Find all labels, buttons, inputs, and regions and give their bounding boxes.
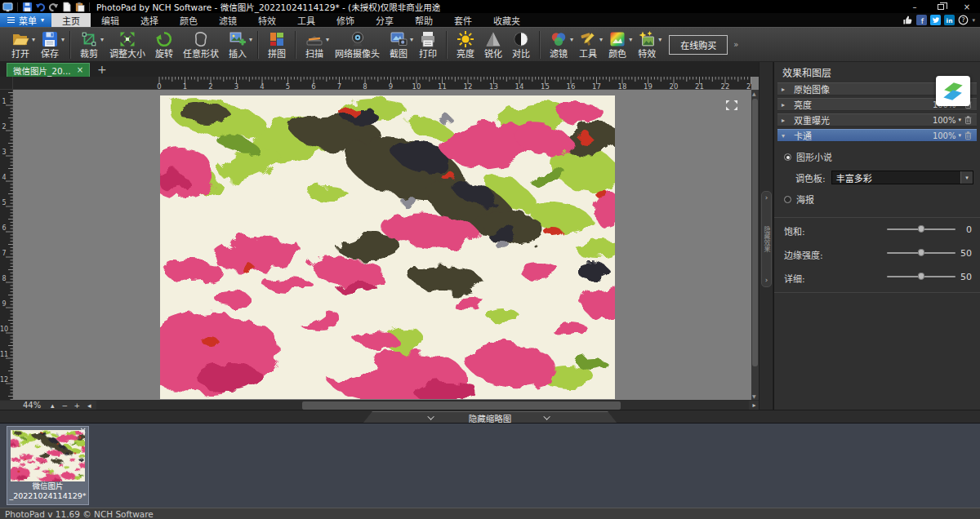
slider-track[interactable] — [887, 252, 956, 254]
trash-icon[interactable] — [964, 115, 973, 125]
menu-tab-6[interactable]: 工具 — [287, 13, 326, 27]
filter-button[interactable]: 滤镜 — [545, 29, 572, 60]
freeform-button[interactable]: 任意形状 — [178, 29, 224, 60]
close-button[interactable]: × — [954, 0, 980, 13]
menu-tab-10[interactable]: 套件 — [443, 13, 483, 27]
chevron-down-icon[interactable]: ▾ — [249, 36, 252, 43]
brightness-button[interactable]: 亮度 — [452, 29, 479, 60]
layer-opacity-value[interactable]: 100% — [933, 131, 956, 140]
crop-button[interactable]: 裁剪 — [75, 29, 103, 60]
graphic-novel-option[interactable]: 图形小说 — [784, 150, 980, 163]
chevron-down-icon[interactable]: ▾ — [599, 36, 603, 43]
help-icon[interactable]: ? — [958, 15, 969, 25]
collage-button[interactable]: 拼图 — [263, 29, 291, 60]
radio-selected-icon[interactable] — [784, 153, 791, 161]
restore-button[interactable] — [928, 0, 954, 13]
layer-row-2[interactable]: ▸双重曝光100%▾ — [777, 113, 977, 126]
slider-thumb[interactable] — [918, 225, 924, 233]
buy-online-button[interactable]: 在线购买 — [669, 35, 728, 55]
expand-fullscreen-icon[interactable] — [725, 99, 738, 110]
undo-icon[interactable] — [35, 2, 46, 12]
sharpen-button[interactable]: 锐化 — [479, 29, 507, 60]
menu-tab-0[interactable]: 主页 — [51, 13, 91, 27]
tools-button[interactable]: 工具 — [574, 29, 602, 60]
chevron-expanded-icon[interactable]: ▾ — [782, 132, 788, 140]
chevron-down-icon[interactable]: ▾ — [570, 36, 573, 43]
paste-icon[interactable] — [74, 2, 85, 12]
chevron-collapsed-icon[interactable]: ▸ — [782, 101, 788, 109]
zoom-presets-button[interactable]: ▴ — [47, 401, 57, 410]
vertical-scroll-thumb[interactable] — [752, 99, 758, 366]
rotate-button[interactable]: 旋转 — [150, 29, 178, 60]
chevron-down-icon[interactable]: ▾ — [958, 132, 961, 139]
slider-thumb[interactable] — [918, 249, 924, 256]
linkedin-icon[interactable]: in — [944, 15, 955, 25]
palette-dropdown[interactable]: 丰富多彩 ▾ — [831, 171, 973, 184]
layer-row-3[interactable]: ▾卡通100%▾ — [777, 129, 977, 142]
chevron-down-icon[interactable]: ▾ — [410, 36, 413, 43]
radio-unselected-icon[interactable] — [784, 196, 791, 203]
effects-button[interactable]: 特效 — [633, 29, 661, 60]
horizontal-scrollbar[interactable] — [96, 401, 749, 410]
webcam-button[interactable]: 网络摄像头 — [330, 29, 385, 60]
canvas-viewport[interactable] — [13, 90, 751, 400]
poster-option[interactable]: 海报 — [784, 193, 980, 206]
zoom-in-button[interactable]: + — [72, 401, 82, 410]
tab-close-icon[interactable]: × — [77, 66, 83, 74]
slider-track[interactable] — [887, 276, 956, 277]
menu-tab-9[interactable]: 帮助 — [404, 13, 443, 27]
chevron-collapsed-icon[interactable]: ▸ — [782, 86, 788, 93]
menu-tab-5[interactable]: 特效 — [247, 13, 287, 27]
chevron-down-icon[interactable]: ▾ — [629, 36, 632, 43]
chevron-down-icon[interactable]: ▾ — [658, 36, 662, 43]
vertical-scrollbar[interactable]: ▲ ▼ — [751, 90, 759, 400]
chevron-down-icon[interactable]: ▾ — [326, 36, 329, 43]
slider-thumb[interactable] — [918, 273, 924, 280]
scroll-left-icon[interactable]: ◂ — [84, 401, 94, 410]
facebook-icon[interactable]: f — [916, 15, 927, 25]
thumbnail-close-icon[interactable]: × — [80, 426, 87, 436]
print-button[interactable]: 打印 — [414, 29, 442, 60]
scroll-up-icon[interactable]: ▲ — [752, 91, 756, 96]
menu-tab-7[interactable]: 修饰 — [326, 13, 365, 27]
menu-tab-3[interactable]: 颜色 — [169, 13, 208, 27]
menu-tab-4[interactable]: 滤镜 — [208, 13, 247, 27]
app-icon[interactable] — [2, 2, 13, 12]
zoom-level[interactable]: 44% — [23, 401, 41, 410]
chevron-down-icon[interactable]: ▾ — [972, 17, 975, 24]
resize-button[interactable]: 调整大小 — [105, 29, 150, 60]
slider-track[interactable] — [887, 228, 956, 230]
menu-tab-1[interactable]: 编辑 — [91, 13, 130, 27]
like-icon[interactable] — [902, 15, 913, 25]
menu-tab-11[interactable]: 收藏夹 — [483, 13, 531, 27]
scroll-right-icon[interactable]: ▸ — [750, 401, 759, 409]
redo-icon[interactable] — [48, 2, 59, 12]
save-icon[interactable] — [22, 2, 33, 12]
trash-icon[interactable] — [964, 131, 973, 140]
chevron-collapsed-icon[interactable]: ▸ — [782, 117, 788, 124]
chevron-down-icon[interactable]: ▾ — [61, 36, 65, 43]
chevron-down-icon[interactable]: ▾ — [960, 171, 973, 184]
scroll-down-icon[interactable]: ▼ — [752, 393, 756, 399]
insert-button[interactable]: 插入 — [224, 29, 252, 60]
horizontal-scroll-thumb[interactable] — [302, 401, 621, 410]
chevron-down-icon[interactable]: ▾ — [100, 36, 104, 43]
chevron-down-icon[interactable]: ▾ — [958, 117, 961, 123]
twitter-icon[interactable] — [930, 15, 941, 25]
layer-opacity-value[interactable]: 100% — [933, 116, 956, 125]
image-canvas[interactable] — [160, 95, 615, 399]
zoom-out-button[interactable]: − — [60, 401, 69, 410]
thumbnail-card[interactable]: × 微信图片 _20221024114129* — [7, 426, 89, 505]
chevron-down-icon[interactable]: ▾ — [32, 36, 35, 43]
open-button[interactable]: 打开 — [7, 29, 34, 60]
minimize-button[interactable]: – — [902, 0, 928, 13]
scan-button[interactable]: 扫描 — [301, 29, 328, 60]
menu-tab-2[interactable]: 选择 — [130, 13, 169, 27]
toolbar-overflow-icon[interactable]: » — [733, 40, 738, 49]
hide-effects-handle[interactable]: › 隐藏效果 › — [761, 191, 772, 287]
color-button[interactable]: 颜色 — [604, 29, 631, 60]
save-button[interactable]: 保存 — [36, 29, 64, 60]
new-tab-button[interactable]: + — [97, 64, 107, 75]
contrast-button[interactable]: 对比 — [507, 29, 535, 60]
hide-thumbnails-toggle[interactable]: 隐藏缩略图 — [363, 411, 617, 424]
